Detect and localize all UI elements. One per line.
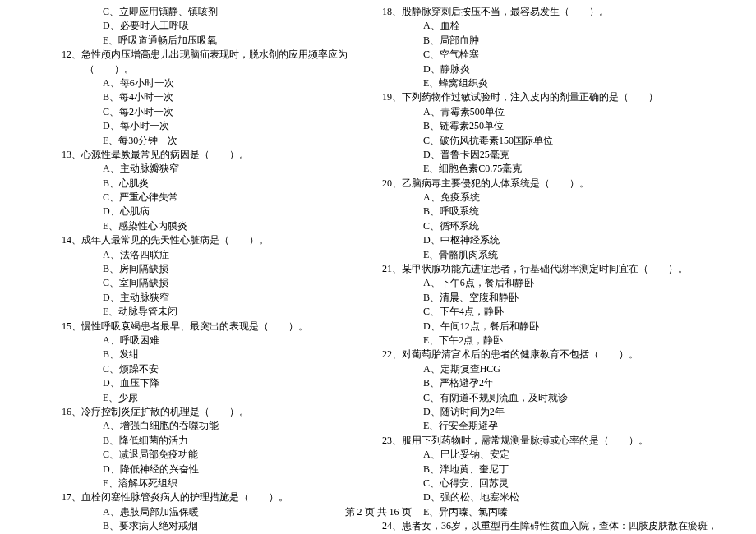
answer-option: A、增强白细胞的吞噬功能 [86,419,362,433]
answer-option: A、青霉素500单位 [407,105,723,119]
question-stem: 12、急性颅内压增高患儿出现脑疝表现时，脱水剂的应用频率应为（ ）。 [62,48,362,76]
answer-option: A、呼吸困难 [86,334,362,348]
answer-option: C、下午4点，静卧 [407,305,723,319]
question-stem: 24、患者女，36岁，以重型再生障碍性贫血入院，查体：四肢皮肤散在瘀斑，口腔多出… [382,519,723,534]
answer-option: A、主动脉瓣狭窄 [86,162,362,176]
answer-option: E、动脉导管未闭 [86,305,362,319]
answer-option: D、强的松、地塞米松 [407,490,723,504]
answer-option: C、心得安、回苏灵 [407,476,723,490]
question-stem: 20、乙脑病毒主要侵犯的人体系统是（ ）。 [382,177,723,191]
answer-option: D、主动脉狭窄 [86,291,362,305]
answer-option: B、心肌炎 [86,177,362,191]
answer-option: C、烦躁不安 [86,362,362,376]
answer-option: C、循环系统 [407,219,723,233]
answer-option: C、减退局部免疫功能 [86,448,362,462]
answer-option: E、细胞色素C0.75毫克 [407,162,723,176]
answer-option: B、房间隔缺损 [86,262,362,276]
answer-option: E、感染性心内膜炎 [86,219,362,233]
answer-option: A、血栓 [407,19,723,33]
right-column: 18、股静脉穿刺后按压不当，最容易发生（ ）。A、血栓B、局部血肿C、空气栓塞D… [378,0,756,493]
question-stem: 23、服用下列药物时，需常规测量脉搏或心率的是（ ）。 [382,434,723,448]
answer-option: A、法洛四联症 [86,248,362,262]
answer-option: A、免疫系统 [407,191,723,205]
answer-option: E、蜂窝组织炎 [407,76,723,90]
question-stem: 13、心源性晕厥最常见的病因是（ ）。 [62,148,362,162]
answer-option: B、每4小时一次 [86,90,362,104]
answer-option: B、降低细菌的活力 [86,434,362,448]
answer-option: E、呼吸道通畅后加压吸氧 [86,34,362,48]
answer-option: E、每30分钟一次 [86,134,362,148]
page-footer: 第 2 页 共 16 页 [0,505,756,519]
answer-option: E、溶解坏死组织 [86,476,362,490]
answer-option: D、随访时间为2年 [407,405,723,419]
answer-option: D、心肌病 [86,205,362,219]
answer-option: D、静脉炎 [407,62,723,76]
answer-option: D、每小时一次 [86,119,362,133]
answer-option: B、发绀 [86,348,362,361]
answer-option: B、严格避孕2年 [407,376,723,390]
question-stem: 16、冷疗控制炎症扩散的机理是（ ）。 [62,405,362,419]
answer-option: B、呼吸系统 [407,205,723,219]
answer-option: B、链霉素250单位 [407,119,723,133]
answer-option: A、定期复查HCG [407,362,723,376]
question-stem: 19、下列药物作过敏试验时，注入皮内的剂量正确的是（ ） [382,90,723,104]
question-stem: 14、成年人最常见的先天性心脏病是（ ）。 [62,233,362,247]
question-stem: 15、慢性呼吸衰竭患者最早、最突出的表现是（ ）。 [62,320,362,334]
answer-option: E、骨骼肌肉系统 [407,248,723,262]
answer-option: B、泮地黄、奎尼丁 [407,463,723,476]
answer-option: A、巴比妥钠、安定 [407,448,723,462]
answer-option: D、普鲁卡因25毫克 [407,148,723,162]
answer-option: C、空气栓塞 [407,48,723,62]
answer-option: D、午间12点，餐后和静卧 [407,320,723,334]
answer-option: E、下午2点，静卧 [407,334,723,348]
question-stem: 18、股静脉穿刺后按压不当，最容易发生（ ）。 [382,5,723,19]
question-stem: 22、对葡萄胎清宫术后的患者的健康教育不包括（ ）。 [382,348,723,361]
answer-option: D、中枢神经系统 [407,233,723,247]
answer-option: C、破伤风抗毒素150国际单位 [407,134,723,148]
answer-option: C、严重心律失常 [86,191,362,205]
answer-option: D、血压下降 [86,376,362,390]
answer-option: D、降低神经的兴奋性 [86,463,362,476]
answer-option: E、少尿 [86,391,362,405]
answer-option: A、下午6点，餐后和静卧 [407,276,723,290]
answer-option: B、局部血肿 [407,34,723,48]
question-stem: 17、血栓闭塞性脉管炎病人的护理措施是（ ）。 [62,490,362,504]
answer-option: C、室间隔缺损 [86,276,362,290]
answer-option: B、要求病人绝对戒烟 [86,519,362,533]
answer-option: B、清晨、空腹和静卧 [407,291,723,305]
answer-option: E、行安全期避孕 [407,419,723,433]
left-column: C、立即应用镇静、镇咳剂D、必要时人工呼吸E、呼吸道通畅后加压吸氧12、急性颅内… [0,0,378,493]
answer-option: C、有阴道不规则流血，及时就诊 [407,391,723,405]
answer-option: A、每6小时一次 [86,76,362,90]
answer-option: D、必要时人工呼吸 [86,19,362,33]
question-stem: 21、某甲状腺功能亢进症患者，行基础代谢率测定时间宜在（ ）。 [382,262,723,276]
answer-option: C、立即应用镇静、镇咳剂 [86,5,362,19]
answer-option: C、每2小时一次 [86,105,362,119]
